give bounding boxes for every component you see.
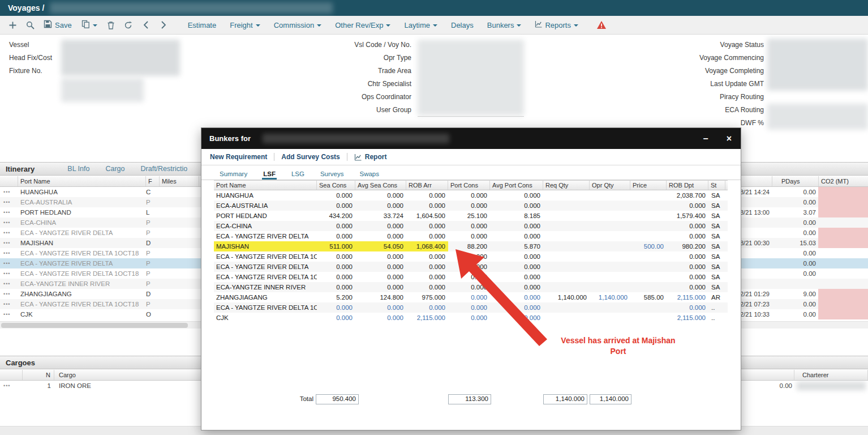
bunker-row-huanghua[interactable]: HUANGHUA0.0000.0000.0000.0000.0002,038.7… xyxy=(214,190,728,201)
row-menu-button[interactable]: ••• xyxy=(0,309,18,319)
validation-warning-icon[interactable] xyxy=(595,18,608,32)
bunker-row-cjk[interactable]: CJK0.0000.0002,115.0000.0000.0002,115.00… xyxy=(214,313,728,323)
save-button[interactable]: Save xyxy=(41,20,75,30)
itinerary-row-right-eca-yangtze-river-delta[interactable]: 0.00 xyxy=(736,258,868,268)
bunker-row-eca-china[interactable]: ECA-CHINA0.0000.0000.0000.0000.0000.000S… xyxy=(214,221,728,231)
row-menu-button[interactable]: ••• xyxy=(0,279,18,289)
forward-button[interactable] xyxy=(157,18,170,32)
itinerary-row-right-majishan[interactable]: 8/21 00:3015.03 xyxy=(736,238,868,248)
column-header-price[interactable]: Price xyxy=(630,181,667,190)
itinerary-row-eca-yangtze-inner-river[interactable]: •••ECA-YANGTZE INNER RIVERP xyxy=(0,279,201,289)
bunker-row-zhangjiagang[interactable]: ZHANGJIAGANG5.200124.800975.0000.0000.00… xyxy=(214,292,728,302)
row-menu-button[interactable]: ••• xyxy=(0,187,18,197)
column-header-amount[interactable] xyxy=(740,370,794,380)
column-header-port-name[interactable]: Port Name xyxy=(18,176,146,186)
add-button[interactable] xyxy=(6,18,19,32)
column-header-rob-arr[interactable]: ROB Arr xyxy=(406,181,448,190)
itinerary-row-right-eca-yangtze-river-delta-1oct18[interactable]: 0.00 xyxy=(736,268,868,279)
tab-swaps[interactable]: Swaps xyxy=(359,168,381,180)
scrollbar-thumb[interactable] xyxy=(1,323,188,328)
column-header-st[interactable]: St xyxy=(708,181,725,190)
itinerary-row-right-eca-yangtze-river-delta-1oct18[interactable]: 2/21 07:230.00 xyxy=(736,299,868,309)
menu-laytime[interactable]: Laytime xyxy=(404,21,437,29)
row-menu-button[interactable]: ••• xyxy=(0,238,18,248)
bunker-row-eca-yangtze-river-delta-1oct18[interactable]: ECA - YANGTZE RIVER DELTA 1OCT180.0000.0… xyxy=(214,302,728,313)
itinerary-row-right-cjk[interactable]: 2/21 10:330.00 xyxy=(736,309,868,319)
itinerary-row-right-eca-yangtze-river-delta-1oct18[interactable]: 0.00 xyxy=(736,248,868,258)
itinerary-row-right-eca-yangtze-river-delta[interactable]: 0.00 xyxy=(736,228,868,238)
bunker-row-eca-australia[interactable]: ECA-AUSTRALIA0.0000.0000.0000.0000.0000.… xyxy=(214,201,728,211)
row-menu-button[interactable]: ••• xyxy=(0,197,18,207)
column-header-avg-port-cons[interactable]: Avg Port Cons xyxy=(490,181,543,190)
copy-button[interactable] xyxy=(79,20,100,30)
row-menu-button[interactable]: ••• xyxy=(0,248,18,258)
itinerary-row-right-eca-australia[interactable]: 0.00 xyxy=(736,197,868,207)
row-menu-button[interactable]: ••• xyxy=(0,258,18,268)
itinerary-row-right-zhangjiagang[interactable]: 2/21 01:299.00 xyxy=(736,289,868,299)
itinerary-row-right-eca-yangtze-inner-river[interactable] xyxy=(736,279,868,289)
row-menu-button[interactable]: ••• xyxy=(0,289,18,299)
menu-bunkers[interactable]: Bunkers xyxy=(487,21,522,29)
tab-surveys[interactable]: Surveys xyxy=(319,168,345,180)
menu-commission[interactable]: Commission xyxy=(274,21,322,29)
itinerary-row-right-eca-china[interactable]: 0.00 xyxy=(736,218,868,228)
row-menu-button[interactable]: ••• xyxy=(0,381,23,391)
itinerary-row-right-huanghua[interactable]: 8/21 14:240.00 xyxy=(736,187,868,197)
column-header-co2[interactable]: CO2 (MT) xyxy=(818,176,868,186)
menu-delays[interactable]: Delays xyxy=(451,21,474,29)
column-header-port-name[interactable]: Port Name xyxy=(214,181,317,190)
itinerary-row-majishan[interactable]: •••MAJISHAND xyxy=(0,238,201,248)
column-header-rob-dpt[interactable]: ROB Dpt xyxy=(667,181,708,190)
column-header-charterer[interactable]: Charterer xyxy=(794,370,868,380)
row-menu-button[interactable]: ••• xyxy=(0,207,18,218)
bunker-row-eca-yangtze-inner-river[interactable]: ECA-YANGTZE INNER RIVER0.0000.0000.0000.… xyxy=(214,282,728,292)
itinerary-row-huanghua[interactable]: •••HUANGHUAC xyxy=(0,187,201,197)
itinerary-row-eca-yangtze-river-delta-1oct18[interactable]: •••ECA - YANGTZE RIVER DELTA 1OCT18P xyxy=(0,299,201,309)
itinerary-row-zhangjiagang[interactable]: •••ZHANGJIAGANGD xyxy=(0,289,201,299)
column-header-n[interactable]: N xyxy=(23,370,54,380)
itinerary-title[interactable]: Itinerary xyxy=(0,165,35,173)
breadcrumb[interactable]: Voyages / xyxy=(8,3,44,12)
modal-menu-report[interactable]: Report xyxy=(354,153,387,161)
search-button[interactable] xyxy=(23,18,37,32)
column-header-port-cons[interactable]: Port Cons xyxy=(448,181,490,190)
column-header-req-qty[interactable]: Req Qty xyxy=(543,181,590,190)
itinerary-row-eca-yangtze-river-delta-1oct18[interactable]: •••ECA - YANGTZE RIVER DELTA 1OCT18P xyxy=(0,268,201,279)
bunker-row-eca-yangtze-river-delta-1oct18[interactable]: ECA - YANGTZE RIVER DELTA 1OCT180.0000.0… xyxy=(214,251,728,262)
tab-lsg[interactable]: LSG xyxy=(290,168,306,180)
menu-other-rev-exp[interactable]: Other Rev/Exp xyxy=(335,21,390,29)
bunker-row-eca-yangtze-river-delta[interactable]: ECA - YANGTZE RIVER DELTA0.0000.0000.000… xyxy=(214,231,728,241)
column-header-opr-qty[interactable]: Opr Qty xyxy=(590,181,630,190)
row-menu-button[interactable]: ••• xyxy=(0,228,18,238)
itinerary-tab-bl-info[interactable]: BL Info xyxy=(67,165,89,173)
column-header-sea-cons[interactable]: Sea Cons xyxy=(317,181,355,190)
column-header-f[interactable]: F xyxy=(146,176,160,186)
refresh-button[interactable] xyxy=(122,18,135,32)
back-button[interactable] xyxy=(139,18,153,32)
itinerary-row-eca-australia[interactable]: •••ECA-AUSTRALIAP xyxy=(0,197,201,207)
modal-menu-new-requirement[interactable]: New Requirement xyxy=(210,153,267,161)
itinerary-tab-draft-restrictio[interactable]: Draft/Restrictio xyxy=(141,165,188,173)
row-menu-button[interactable]: ••• xyxy=(0,299,18,309)
menu-freight[interactable]: Freight xyxy=(230,21,260,29)
modal-menu-add-survey-costs[interactable]: Add Survey Costs xyxy=(281,153,340,161)
column-header-pdays[interactable]: PDays xyxy=(772,176,818,186)
row-menu-button[interactable]: ••• xyxy=(0,268,18,279)
itinerary-row-eca-china[interactable]: •••ECA-CHINAP xyxy=(0,218,201,228)
cargoes-title[interactable]: Cargoes xyxy=(0,359,35,367)
bunker-row-port-hedland[interactable]: PORT HEDLAND434.20033.7241,604.50025.100… xyxy=(214,211,728,221)
tab-lsf[interactable]: LSF xyxy=(262,168,277,180)
itinerary-row-eca-yangtze-river-delta[interactable]: •••ECA - YANGTZE RIVER DELTAP xyxy=(0,258,201,268)
row-menu-button[interactable]: ••• xyxy=(0,218,18,228)
close-button[interactable]: × xyxy=(727,134,732,143)
tab-summary[interactable]: Summary xyxy=(218,168,248,180)
column-header-miles[interactable]: Miles xyxy=(160,176,199,186)
itinerary-row-right-port-hedland[interactable]: 8/21 13:003.07 xyxy=(736,207,868,218)
bunker-row-eca-yangtze-river-delta[interactable]: ECA - YANGTZE RIVER DELTA0.0000.0000.000… xyxy=(214,262,728,272)
bunker-row-majishan[interactable]: MAJISHAN511.00054.0501,068.40088.2005.87… xyxy=(214,241,728,251)
minimize-button[interactable]: − xyxy=(703,134,708,143)
delete-button[interactable] xyxy=(104,18,118,32)
bunker-row-eca-yangtze-river-delta-1oct18[interactable]: ECA - YANGTZE RIVER DELTA 1OCT180.0000.0… xyxy=(214,272,728,282)
itinerary-tab-cargo[interactable]: Cargo xyxy=(105,165,124,173)
menu-reports[interactable]: Reports xyxy=(535,20,578,29)
